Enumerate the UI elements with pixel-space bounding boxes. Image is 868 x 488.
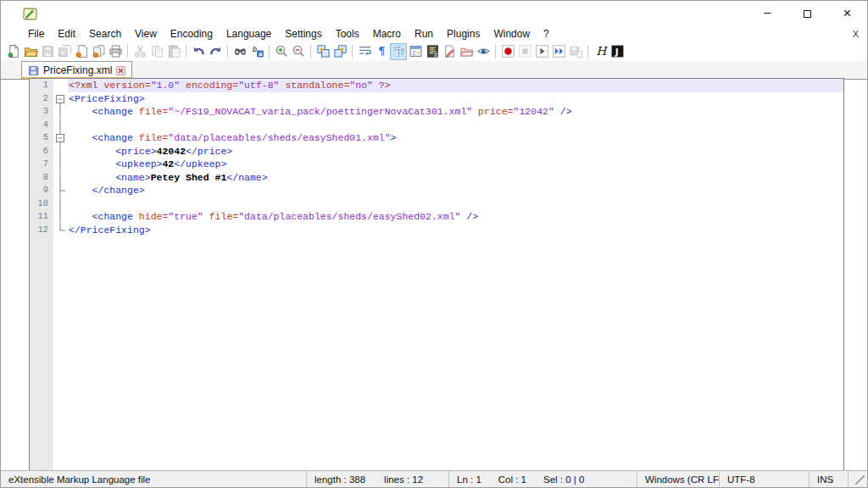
code-line[interactable]: 3 <change file="~/FS19_NOVACAT_varia_pac… — [30, 105, 843, 119]
html-plugin-icon: H — [593, 44, 608, 58]
code-line[interactable]: 9 </change> — [30, 184, 843, 197]
run-macro-multiple-button[interactable] — [550, 43, 567, 60]
fold-margin — [53, 184, 68, 197]
paste-button[interactable] — [165, 43, 182, 60]
menu-item-encoding[interactable]: Encoding — [164, 27, 220, 41]
resize-grip[interactable] — [849, 471, 867, 487]
monitoring-eye-button[interactable] — [475, 43, 492, 60]
code-token — [69, 185, 92, 196]
code-line[interactable]: 6 <price>42042</price> — [30, 145, 843, 158]
close-all-docs-button[interactable] — [90, 43, 107, 60]
menu-close-x-button[interactable]: X — [853, 29, 859, 39]
toolbar-separator — [269, 45, 270, 58]
play-macro-button[interactable] — [533, 43, 550, 60]
menu-item-search[interactable]: Search — [82, 27, 128, 41]
indent-guide-button[interactable] — [390, 43, 407, 60]
open-file-button[interactable] — [22, 43, 39, 60]
code-token: "no" — [349, 80, 373, 91]
menu-item-macro[interactable]: Macro — [366, 27, 408, 41]
code-line[interactable]: 11 <change hide="true" file="data/placea… — [30, 210, 843, 224]
maximize-button[interactable] — [787, 1, 827, 26]
document-list-button[interactable] — [441, 43, 458, 60]
zoom-in-button[interactable] — [273, 43, 290, 60]
line-number: 12 — [30, 224, 53, 237]
status-col: Col : 1 — [498, 474, 526, 485]
code-token — [69, 146, 115, 157]
record-macro-button[interactable] — [499, 43, 516, 60]
show-all-characters-button[interactable]: ¶ — [373, 43, 390, 60]
fold-collapse-icon[interactable] — [53, 92, 68, 106]
save-macro-button[interactable] — [567, 43, 584, 60]
code-line[interactable]: 7 <upkeep>42</upkeep> — [30, 158, 843, 171]
code-text — [68, 119, 843, 132]
word-wrap-button[interactable] — [356, 43, 373, 60]
status-bar: eXtensible Markup Language file length :… — [1, 470, 867, 487]
document-map-button[interactable] — [424, 43, 441, 60]
menu-item-language[interactable]: Language — [220, 27, 278, 41]
cut-button[interactable] — [131, 43, 148, 60]
function-list-button[interactable] — [407, 43, 424, 60]
replace-icon: ba — [250, 44, 264, 58]
sync-vertical-button[interactable] — [314, 43, 331, 60]
status-cursor-position: Ln : 1 Col : 1 Sel : 0 | 0 — [449, 471, 637, 487]
find-button[interactable] — [231, 43, 248, 60]
tab-pricefixing-xml[interactable]: PriceFixing.xml — [21, 61, 132, 79]
code-line[interactable]: 12</PriceFixing> — [30, 224, 843, 237]
stop-macro-button[interactable] — [516, 43, 533, 60]
menu-item-plugins[interactable]: Plugins — [440, 27, 487, 41]
code-token: </name> — [226, 172, 267, 183]
print-button[interactable] — [107, 43, 124, 60]
save-button[interactable] — [39, 43, 56, 60]
menu-item-window[interactable]: Window — [487, 27, 537, 41]
code-token: 42042 — [157, 146, 186, 157]
fold-collapse-icon[interactable] — [53, 131, 68, 145]
zoom-out-button[interactable] — [290, 43, 307, 60]
code-text: </PriceFixing> — [68, 224, 843, 237]
document-map-icon — [426, 44, 440, 58]
new-file-button[interactable] — [5, 43, 22, 60]
code-line[interactable]: 8 <name>Petey Shed #1</name> — [30, 171, 843, 185]
menu-item-tools[interactable]: Tools — [329, 27, 366, 41]
status-eol-format: Windows (CR LF) — [637, 471, 720, 487]
code-token: 42 — [162, 158, 174, 169]
undo-button[interactable] — [190, 43, 207, 60]
close-doc-icon — [75, 44, 89, 58]
code-line[interactable]: 2<PriceFixing> — [30, 92, 843, 106]
code-editor[interactable]: 1<?xml version="1.0" encoding="utf-8" st… — [29, 78, 844, 471]
menu-item-help[interactable]: ? — [537, 27, 556, 41]
status-doc-type: eXtensible Markup Language file — [1, 471, 307, 487]
code-text: <name>Petey Shed #1</name> — [68, 171, 843, 185]
copy-button[interactable] — [148, 43, 165, 60]
minimize-button[interactable]: – — [748, 1, 787, 26]
fold-margin — [53, 236, 68, 470]
menu-item-settings[interactable]: Settings — [278, 27, 328, 41]
notepad-plus-plus-logo-icon — [23, 7, 37, 21]
status-sel: Sel : 0 | 0 — [543, 474, 584, 485]
redo-button[interactable] — [207, 43, 224, 60]
editor-empty-area[interactable] — [30, 236, 843, 470]
menu-item-run[interactable]: Run — [408, 27, 440, 41]
menu-item-file[interactable]: File — [21, 27, 51, 41]
folder-as-workspace-button[interactable] — [458, 43, 475, 60]
menu-item-view[interactable]: View — [128, 27, 164, 41]
sync-horizontal-button[interactable] — [331, 43, 348, 60]
close-doc-button[interactable] — [73, 43, 90, 60]
code-line[interactable]: 4 — [30, 119, 843, 132]
menu-item-edit[interactable]: Edit — [51, 27, 82, 41]
code-line[interactable]: 5 <change file="data/placeables/sheds/ea… — [30, 131, 843, 145]
folder-as-workspace-icon — [459, 44, 474, 58]
save-all-button[interactable] — [56, 43, 73, 60]
replace-button[interactable]: ba — [248, 43, 265, 60]
close-button[interactable]: × — [827, 1, 867, 26]
tab-close-icon[interactable] — [116, 66, 125, 75]
html-plugin-button[interactable]: H — [592, 43, 609, 60]
code-token: </price> — [186, 146, 232, 157]
status-encoding: UTF-8 — [720, 471, 810, 487]
menu-items: FileEditSearchViewEncodingLanguageSettin… — [21, 27, 556, 41]
code-line[interactable]: 1<?xml version="1.0" encoding="utf-8" st… — [30, 79, 843, 92]
svg-text:b: b — [252, 45, 257, 53]
code-line[interactable]: 10 — [30, 197, 843, 211]
new-file-icon — [7, 44, 21, 58]
json-plugin-button[interactable]: J — [609, 43, 626, 60]
code-token: hide= — [139, 211, 169, 222]
